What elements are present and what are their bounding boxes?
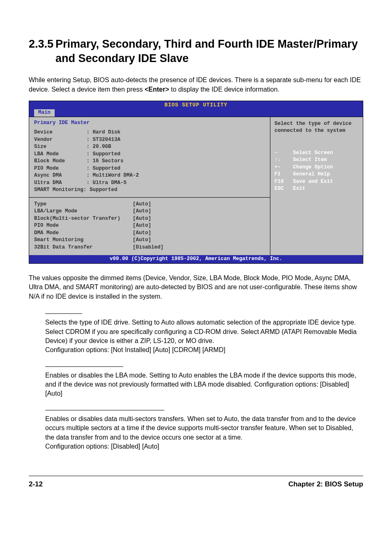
bios-info-row: Size : 20.0GB xyxy=(34,143,265,151)
bios-setting-row: Block(Multi-sector Transfer)[Auto] xyxy=(34,215,265,223)
term-config: Configuration options: [Not Installed] [… xyxy=(45,345,363,355)
bios-key-row: ↑↓Select Item xyxy=(274,157,359,164)
bios-setting-row: LBA/Large Mode[Auto] xyxy=(34,208,265,215)
bios-info-row: Device : Hard Disk xyxy=(34,129,265,136)
term-config: Configuration options: [Disabled] [Auto] xyxy=(45,442,363,451)
chapter-label: Chapter 2: BIOS Setup xyxy=(288,479,363,489)
term-text: Selects the type of IDE drive. Setting t… xyxy=(45,318,363,345)
term-text: Enables or disables data multi-sectors t… xyxy=(45,415,363,442)
bios-key-row: ↔Select Screen xyxy=(274,150,359,157)
bios-copyright: v00.00 (C)Copyright 1985-2002, American … xyxy=(29,255,363,263)
bios-info-row: Ultra DMA : Ultra DMA-5 xyxy=(34,180,265,187)
bios-key-row: ESCExit xyxy=(274,185,359,193)
page-footer: 2-12 Chapter 2: BIOS Setup xyxy=(29,476,363,489)
bios-tab-bar: Main xyxy=(29,109,363,117)
body-paragraph: The values opposite the dimmed items (De… xyxy=(29,274,363,301)
bios-setting-row: Type[Auto] xyxy=(34,201,265,208)
bios-info-row: Vendor : ST320413A xyxy=(34,136,265,144)
intro-paragraph: While entering Setup, BIOS auto-detects … xyxy=(29,76,363,94)
bios-key-help: ↔Select Screen ↑↓Select Item +-Change Op… xyxy=(274,150,359,193)
bios-info-row: SMART Monitoring: Supported xyxy=(34,187,265,194)
bios-screenshot: BIOS SETUP UTILITY Main Primary IDE Mast… xyxy=(29,101,363,264)
term-divider xyxy=(45,410,164,410)
term-text: Enables or disables the LBA mode. Settin… xyxy=(45,371,363,398)
term-block: Enables or disables data multi-sectors t… xyxy=(45,410,363,451)
bios-device-info: Device : Hard Disk Vendor : ST320413A Si… xyxy=(29,128,270,197)
bios-settings: Type[Auto] LBA/Large Mode[Auto] Block(Mu… xyxy=(29,198,270,256)
bios-section-title: Primary IDE Master xyxy=(29,117,270,129)
bios-setting-row: PIO Mode[Auto] xyxy=(34,222,265,230)
term-lba: Enables or disables the LBA mode. Settin… xyxy=(45,366,363,398)
term-divider xyxy=(45,366,123,367)
section-heading: 2.3.5 Primary, Secondary, Third and Four… xyxy=(29,37,363,66)
bios-key-row: +-Change Option xyxy=(274,164,359,171)
bios-help-text: Select the type of device connected to t… xyxy=(274,120,359,135)
term-type: Selects the type of IDE drive. Setting t… xyxy=(45,313,363,355)
bios-info-row: Block Mode : 16 Sectors xyxy=(34,158,265,165)
bios-title: BIOS SETUP UTILITY xyxy=(29,101,363,110)
bios-setting-row: 32Bit Data Transfer[Disabled] xyxy=(34,244,265,251)
bios-key-row: F10Save and Exit xyxy=(274,178,359,186)
bios-setting-row: Smart Monitoring[Auto] xyxy=(34,237,265,244)
heading-title: Primary, Secondary, Third and Fourth IDE… xyxy=(55,37,363,66)
heading-number: 2.3.5 xyxy=(29,37,55,66)
bios-info-row: LBA Mode : Supported xyxy=(34,151,265,158)
bios-info-row: Async DMA : MultiWord DMA-2 xyxy=(34,172,265,180)
term-divider xyxy=(45,313,82,314)
bios-info-row: PIO Mode : Supported xyxy=(34,165,265,173)
bios-tab-main: Main xyxy=(34,109,55,117)
bios-setting-row: DMA Mode[Auto] xyxy=(34,230,265,237)
page-number: 2-12 xyxy=(29,479,43,489)
bios-key-row: F1General Help xyxy=(274,171,359,178)
